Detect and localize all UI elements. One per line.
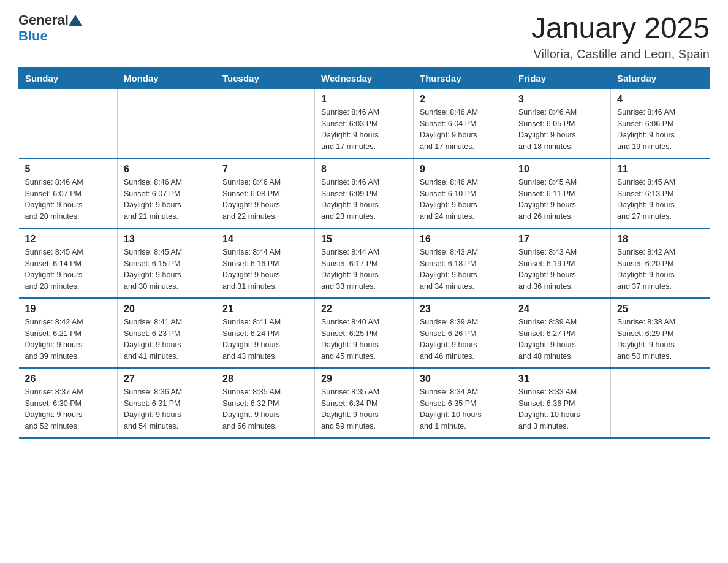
day-info: Sunrise: 8:38 AM Sunset: 6:29 PM Dayligh…	[617, 316, 703, 362]
day-info: Sunrise: 8:43 AM Sunset: 6:18 PM Dayligh…	[420, 247, 506, 293]
column-header-thursday: Thursday	[414, 67, 512, 88]
calendar-week-row: 19Sunrise: 8:42 AM Sunset: 6:21 PM Dayli…	[19, 298, 710, 368]
calendar-cell: 22Sunrise: 8:40 AM Sunset: 6:25 PM Dayli…	[315, 298, 414, 368]
day-number: 26	[25, 373, 112, 385]
calendar-cell: 9Sunrise: 8:46 AM Sunset: 6:10 PM Daylig…	[414, 158, 512, 228]
logo-general-text: General	[18, 12, 69, 28]
calendar-cell: 24Sunrise: 8:39 AM Sunset: 6:27 PM Dayli…	[512, 298, 611, 368]
svg-marker-0	[69, 15, 82, 26]
calendar-cell: 27Sunrise: 8:36 AM Sunset: 6:31 PM Dayli…	[118, 368, 216, 438]
calendar-cell: 8Sunrise: 8:46 AM Sunset: 6:09 PM Daylig…	[315, 158, 414, 228]
day-number: 8	[321, 164, 407, 175]
calendar-week-row: 5Sunrise: 8:46 AM Sunset: 6:07 PM Daylig…	[19, 158, 710, 228]
calendar-cell: 19Sunrise: 8:42 AM Sunset: 6:21 PM Dayli…	[19, 298, 118, 368]
day-number: 29	[321, 373, 407, 385]
day-info: Sunrise: 8:41 AM Sunset: 6:24 PM Dayligh…	[222, 316, 308, 362]
calendar-cell: 20Sunrise: 8:41 AM Sunset: 6:23 PM Dayli…	[118, 298, 216, 368]
day-number: 27	[124, 373, 210, 385]
day-number: 11	[617, 164, 703, 175]
day-info: Sunrise: 8:35 AM Sunset: 6:32 PM Dayligh…	[222, 386, 308, 432]
day-number: 18	[617, 234, 703, 245]
column-header-saturday: Saturday	[611, 67, 710, 88]
calendar-cell: 25Sunrise: 8:38 AM Sunset: 6:29 PM Dayli…	[611, 298, 710, 368]
column-header-tuesday: Tuesday	[216, 67, 315, 88]
day-number: 3	[518, 94, 604, 105]
calendar-cell: 30Sunrise: 8:34 AM Sunset: 6:35 PM Dayli…	[414, 368, 512, 438]
day-number: 13	[124, 234, 210, 245]
day-info: Sunrise: 8:46 AM Sunset: 6:10 PM Dayligh…	[420, 177, 506, 223]
calendar-cell: 23Sunrise: 8:39 AM Sunset: 6:26 PM Dayli…	[414, 298, 512, 368]
day-info: Sunrise: 8:35 AM Sunset: 6:34 PM Dayligh…	[321, 386, 407, 432]
day-number: 10	[518, 164, 604, 175]
day-number: 22	[321, 304, 407, 315]
day-info: Sunrise: 8:34 AM Sunset: 6:35 PM Dayligh…	[420, 386, 506, 432]
calendar-cell: 10Sunrise: 8:45 AM Sunset: 6:11 PM Dayli…	[512, 158, 611, 228]
day-number: 12	[25, 234, 112, 245]
column-header-sunday: Sunday	[19, 67, 118, 88]
logo-blue-text: Blue	[18, 28, 48, 44]
calendar-cell: 4Sunrise: 8:46 AM Sunset: 6:06 PM Daylig…	[611, 88, 710, 158]
day-info: Sunrise: 8:46 AM Sunset: 6:07 PM Dayligh…	[25, 177, 112, 223]
day-number: 25	[617, 304, 703, 315]
day-info: Sunrise: 8:39 AM Sunset: 6:26 PM Dayligh…	[420, 316, 506, 362]
calendar-cell: 17Sunrise: 8:43 AM Sunset: 6:19 PM Dayli…	[512, 228, 611, 298]
day-number: 24	[518, 304, 604, 315]
calendar-cell: 6Sunrise: 8:46 AM Sunset: 6:07 PM Daylig…	[118, 158, 216, 228]
calendar-cell: 16Sunrise: 8:43 AM Sunset: 6:18 PM Dayli…	[414, 228, 512, 298]
day-number: 21	[222, 304, 308, 315]
page-title: January 2025	[531, 12, 710, 45]
day-info: Sunrise: 8:37 AM Sunset: 6:30 PM Dayligh…	[25, 386, 112, 432]
day-info: Sunrise: 8:39 AM Sunset: 6:27 PM Dayligh…	[518, 316, 604, 362]
calendar-cell	[216, 88, 315, 158]
day-number: 30	[420, 373, 506, 385]
calendar-week-row: 12Sunrise: 8:45 AM Sunset: 6:14 PM Dayli…	[19, 228, 710, 298]
day-info: Sunrise: 8:46 AM Sunset: 6:05 PM Dayligh…	[518, 107, 604, 153]
day-number: 7	[222, 164, 308, 175]
column-header-friday: Friday	[512, 67, 611, 88]
calendar-cell	[118, 88, 216, 158]
day-info: Sunrise: 8:36 AM Sunset: 6:31 PM Dayligh…	[124, 386, 210, 432]
day-number: 16	[420, 234, 506, 245]
title-block: January 2025 Villoria, Castille and Leon…	[531, 12, 710, 61]
day-info: Sunrise: 8:43 AM Sunset: 6:19 PM Dayligh…	[518, 247, 604, 293]
page-subtitle: Villoria, Castille and Leon, Spain	[531, 47, 710, 61]
day-number: 23	[420, 304, 506, 315]
column-header-monday: Monday	[118, 67, 216, 88]
day-info: Sunrise: 8:45 AM Sunset: 6:13 PM Dayligh…	[617, 177, 703, 223]
calendar-header-row: SundayMondayTuesdayWednesdayThursdayFrid…	[19, 67, 710, 88]
day-number: 14	[222, 234, 308, 245]
day-number: 20	[124, 304, 210, 315]
calendar-cell: 5Sunrise: 8:46 AM Sunset: 6:07 PM Daylig…	[19, 158, 118, 228]
calendar-cell: 29Sunrise: 8:35 AM Sunset: 6:34 PM Dayli…	[315, 368, 414, 438]
day-number: 9	[420, 164, 506, 175]
day-info: Sunrise: 8:44 AM Sunset: 6:16 PM Dayligh…	[222, 247, 308, 293]
day-info: Sunrise: 8:45 AM Sunset: 6:11 PM Dayligh…	[518, 177, 604, 223]
day-info: Sunrise: 8:40 AM Sunset: 6:25 PM Dayligh…	[321, 316, 407, 362]
day-number: 6	[124, 164, 210, 175]
calendar-cell: 26Sunrise: 8:37 AM Sunset: 6:30 PM Dayli…	[19, 368, 118, 438]
column-header-wednesday: Wednesday	[315, 67, 414, 88]
day-info: Sunrise: 8:46 AM Sunset: 6:07 PM Dayligh…	[124, 177, 210, 223]
calendar-cell: 11Sunrise: 8:45 AM Sunset: 6:13 PM Dayli…	[611, 158, 710, 228]
day-info: Sunrise: 8:44 AM Sunset: 6:17 PM Dayligh…	[321, 247, 407, 293]
calendar-cell: 14Sunrise: 8:44 AM Sunset: 6:16 PM Dayli…	[216, 228, 315, 298]
calendar-cell	[611, 368, 710, 438]
calendar-cell: 28Sunrise: 8:35 AM Sunset: 6:32 PM Dayli…	[216, 368, 315, 438]
day-info: Sunrise: 8:46 AM Sunset: 6:09 PM Dayligh…	[321, 177, 407, 223]
day-info: Sunrise: 8:46 AM Sunset: 6:06 PM Dayligh…	[617, 107, 703, 153]
calendar-cell: 1Sunrise: 8:46 AM Sunset: 6:03 PM Daylig…	[315, 88, 414, 158]
day-info: Sunrise: 8:41 AM Sunset: 6:23 PM Dayligh…	[124, 316, 210, 362]
day-number: 4	[617, 94, 703, 105]
day-info: Sunrise: 8:33 AM Sunset: 6:36 PM Dayligh…	[518, 386, 604, 432]
calendar-cell: 21Sunrise: 8:41 AM Sunset: 6:24 PM Dayli…	[216, 298, 315, 368]
day-number: 15	[321, 234, 407, 245]
day-info: Sunrise: 8:46 AM Sunset: 6:08 PM Dayligh…	[222, 177, 308, 223]
day-info: Sunrise: 8:46 AM Sunset: 6:03 PM Dayligh…	[321, 107, 407, 153]
day-number: 5	[25, 164, 112, 175]
day-info: Sunrise: 8:45 AM Sunset: 6:15 PM Dayligh…	[124, 247, 210, 293]
day-number: 17	[518, 234, 604, 245]
calendar-cell: 31Sunrise: 8:33 AM Sunset: 6:36 PM Dayli…	[512, 368, 611, 438]
day-info: Sunrise: 8:42 AM Sunset: 6:20 PM Dayligh…	[617, 247, 703, 293]
calendar-cell	[19, 88, 118, 158]
calendar-week-row: 1Sunrise: 8:46 AM Sunset: 6:03 PM Daylig…	[19, 88, 710, 158]
